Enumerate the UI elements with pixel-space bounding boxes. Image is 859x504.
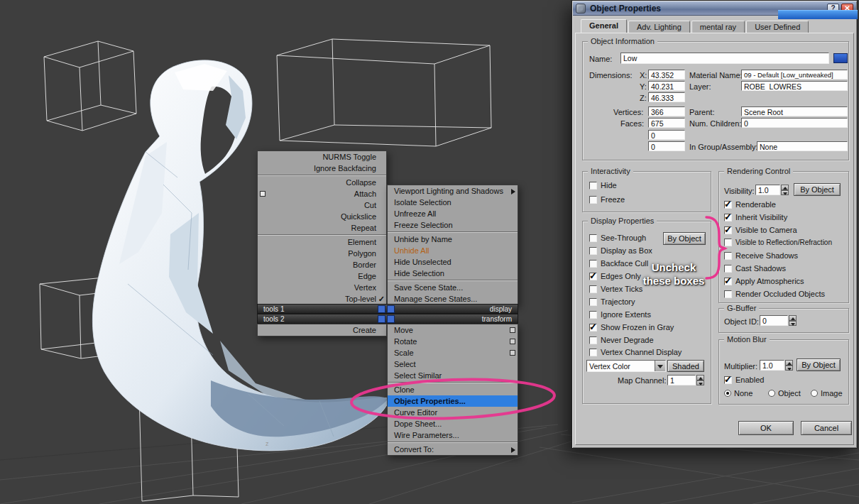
ok-button[interactable]: OK (738, 421, 794, 435)
menu-item[interactable]: Viewport Lighting and Shadows (388, 185, 518, 197)
quad-header-tools2[interactable]: tools 2 transform (257, 314, 518, 324)
menu-item[interactable]: Curve Editor (388, 407, 518, 418)
settings-box-icon[interactable] (510, 350, 515, 356)
checkbox[interactable] (589, 324, 597, 332)
checkbox[interactable] (589, 234, 597, 242)
menu-item[interactable]: Unfreeze All (388, 208, 518, 219)
checkbox[interactable] (724, 376, 732, 384)
menu-item[interactable]: Manage Scene States... (388, 293, 518, 305)
spinner-up-icon[interactable] (789, 315, 797, 321)
menu-item[interactable]: Freeze Selection (388, 219, 518, 231)
menu-item[interactable]: Element (258, 236, 386, 248)
checkbox[interactable] (589, 311, 597, 319)
menu-item[interactable]: Attach (258, 188, 386, 199)
checkbox[interactable] (589, 182, 597, 190)
spinner-up-icon[interactable] (696, 375, 704, 380)
spinner-value[interactable]: 0 (760, 315, 788, 326)
checkbox[interactable] (589, 336, 597, 344)
menu-item-unhide-all[interactable]: Unhide All (388, 245, 518, 256)
checkbox[interactable] (589, 285, 597, 293)
checkbox[interactable] (724, 265, 732, 273)
radio-button[interactable] (768, 390, 775, 397)
menu-item[interactable]: Convert To: (388, 444, 518, 455)
settings-box-icon[interactable] (510, 339, 515, 344)
menu-item[interactable]: Repeat (258, 222, 386, 234)
display-by-object-button[interactable]: By Object (663, 232, 706, 245)
quad-header-tools1[interactable]: tools 1 display (257, 304, 518, 314)
checkbox[interactable] (724, 290, 732, 298)
visibility-spinner[interactable]: 1.0 (755, 185, 789, 195)
spinner-up-icon[interactable] (785, 360, 793, 366)
spinner-down-icon[interactable] (789, 321, 797, 327)
menu-item[interactable]: Border (258, 259, 386, 270)
checkbox[interactable] (724, 226, 732, 234)
menu-item[interactable]: Dope Sheet... (388, 418, 518, 429)
object-color-swatch[interactable] (833, 53, 848, 63)
menu-item[interactable]: Select (388, 358, 518, 370)
radio-button[interactable] (811, 390, 818, 397)
menu-item[interactable]: Collapse (258, 177, 386, 188)
menu-item[interactable]: Hide Selection (388, 268, 518, 279)
checkbox[interactable] (724, 239, 732, 246)
dropdown-arrow-icon[interactable] (655, 361, 665, 371)
checkbox[interactable] (589, 273, 597, 280)
menu-item-label: Hide Unselected (394, 258, 452, 266)
tab-mental-ray[interactable]: mental ray (691, 21, 745, 33)
radio-button[interactable] (724, 390, 731, 397)
menu-item-top-level[interactable]: Top-level (258, 293, 386, 305)
checkbox[interactable] (589, 349, 597, 356)
checkbox[interactable] (724, 201, 732, 209)
checkbox[interactable] (724, 214, 732, 221)
menu-item[interactable]: Isolate Selection (388, 197, 518, 208)
menu-item-create[interactable]: Create (258, 324, 386, 336)
spinner-down-icon[interactable] (781, 190, 789, 196)
vertices-label: Vertices: (613, 108, 643, 116)
menu-item[interactable]: Clone (388, 384, 518, 395)
checkbox[interactable] (724, 252, 732, 260)
cancel-button[interactable]: Cancel (801, 421, 852, 435)
checkbox[interactable] (589, 196, 597, 204)
menu-item[interactable]: Polygon (258, 248, 386, 259)
menu-item[interactable]: Wire Parameters... (388, 429, 518, 441)
menu-item[interactable]: Ignore Backfacing (258, 163, 386, 174)
menu-item[interactable]: Move (388, 324, 518, 336)
menu-item[interactable]: Edge (258, 270, 386, 282)
menu-item[interactable]: Select Similar (388, 370, 518, 381)
settings-box-icon[interactable] (510, 327, 515, 333)
menu-item[interactable]: Rotate (388, 336, 518, 347)
menu-item[interactable]: Hide Unselected (388, 256, 518, 268)
spinner-down-icon[interactable] (785, 366, 793, 371)
map-channel-spinner[interactable]: 1 (667, 375, 704, 385)
shaded-button[interactable]: Shaded (667, 360, 704, 372)
menu-item-label: Dope Sheet... (394, 420, 442, 428)
spinner-value[interactable]: 1.0 (755, 185, 780, 195)
multiplier-spinner[interactable]: 1.0 (760, 360, 793, 371)
quad-menu-right-lower: Move Rotate Scale Select Select Similar … (387, 324, 518, 456)
menu-item-object-properties[interactable]: Object Properties... (388, 395, 518, 407)
tab-user-defined[interactable]: User Defined (746, 21, 809, 33)
settings-box-icon[interactable] (260, 191, 266, 197)
checkbox[interactable] (589, 260, 597, 268)
menu-item[interactable]: NURMS Toggle (258, 151, 386, 163)
checkbox[interactable] (724, 278, 732, 285)
menu-item[interactable]: Save Scene State... (388, 282, 518, 293)
rendering-by-object-button[interactable]: By Object (794, 183, 841, 196)
spinner-value[interactable]: 1.0 (760, 360, 784, 371)
spinner-up-icon[interactable] (781, 185, 789, 190)
menu-item[interactable]: Vertex (258, 282, 386, 293)
menu-item[interactable]: Scale (388, 347, 518, 358)
vertex-color-dropdown[interactable]: Vertex Color (586, 360, 666, 372)
tab-general[interactable]: General (581, 19, 627, 33)
spinner-value[interactable]: 1 (667, 375, 696, 385)
spinner-down-icon[interactable] (696, 380, 704, 386)
menu-item[interactable]: Cut (258, 199, 386, 211)
name-field[interactable]: Low (620, 53, 829, 64)
checkbox[interactable] (589, 247, 597, 255)
faces-field: 675 (648, 118, 685, 128)
menu-item[interactable]: Quickslice (258, 211, 386, 222)
object-id-spinner[interactable]: 0 (760, 315, 797, 326)
motion-blur-by-object-button[interactable]: By Object (797, 358, 841, 371)
checkbox[interactable] (589, 298, 597, 306)
menu-item[interactable]: Unhide by Name (388, 234, 518, 245)
tab-adv-lighting[interactable]: Adv. Lighting (628, 21, 690, 33)
